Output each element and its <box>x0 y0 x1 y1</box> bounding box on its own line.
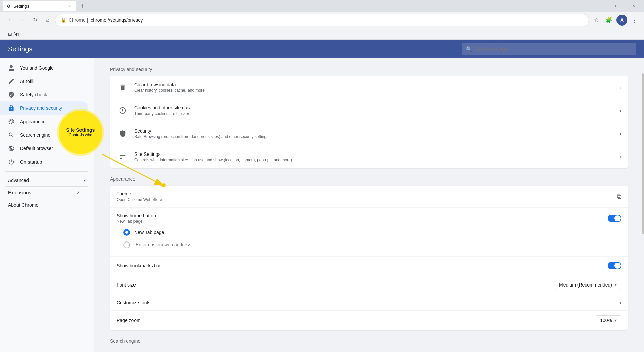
sidebar-item-autofill[interactable]: Autofill <box>0 75 88 88</box>
site-settings-arrow-icon: › <box>620 154 621 160</box>
show-home-title: Show home button <box>117 213 608 218</box>
svg-point-0 <box>9 121 10 122</box>
search-engine-icon <box>8 132 15 138</box>
appearance-section-title: Appearance <box>110 176 628 182</box>
tab-favicon: ⚙ <box>7 4 11 9</box>
active-tab[interactable]: ⚙ Settings × <box>3 1 76 11</box>
theme-title: Theme <box>117 191 617 196</box>
show-home-content: Show home button New Tab page <box>117 213 608 224</box>
close-button[interactable]: × <box>626 1 641 11</box>
custom-url-input[interactable] <box>134 241 208 248</box>
cookies-arrow-icon: › <box>620 107 621 114</box>
scrollbar-track[interactable] <box>641 58 644 352</box>
site-settings-item[interactable]: Site Settings Controls what information … <box>110 145 628 168</box>
page-zoom-dropdown[interactable]: 100% ▾ <box>596 315 621 325</box>
sidebar-item-advanced[interactable]: Advanced ▾ <box>0 174 94 186</box>
clear-browsing-content: Clear browsing data Clear history, cooki… <box>134 82 620 93</box>
clear-browsing-arrow-icon: › <box>620 84 621 90</box>
bookmarks-bar-item[interactable]: Show bookmarks bar <box>110 257 628 275</box>
home-button[interactable]: ⌂ <box>42 15 53 26</box>
sidebar-item-appearance[interactable]: Appearance <box>0 115 88 128</box>
settings-page-title: Settings <box>8 45 462 53</box>
home-radio-group: New Tab page <box>117 226 621 251</box>
new-tab-radio-circle[interactable] <box>123 229 130 236</box>
theme-item[interactable]: Theme Open Chrome Web Store ⧉ <box>110 186 628 208</box>
sidebar-label-on-startup: On startup <box>20 159 42 165</box>
settings-header: Settings 🔍 <box>0 40 644 58</box>
scrollbar-thumb[interactable] <box>642 73 644 235</box>
sidebar-item-extensions[interactable]: Extensions ↗ <box>0 187 88 199</box>
show-home-subtitle: New Tab page <box>117 219 608 224</box>
new-tab-button[interactable]: + <box>78 1 87 11</box>
sidebar-label-about-chrome: About Chrome <box>8 202 38 208</box>
refresh-button[interactable]: ↻ <box>30 15 40 26</box>
clear-browsing-data-item[interactable]: Clear browsing data Clear history, cooki… <box>110 76 628 99</box>
sidebar-item-search-engine[interactable]: Search engine <box>0 128 88 142</box>
sidebar-label-extensions: Extensions <box>8 190 71 195</box>
security-subtitle: Safe Browsing (protection from dangerous… <box>134 134 620 139</box>
customize-fonts-item[interactable]: Customize fonts › <box>110 295 628 311</box>
search-settings-input[interactable] <box>475 46 632 52</box>
bookmarks-bar-content: Show bookmarks bar <box>117 263 608 268</box>
tab-close-icon[interactable]: × <box>67 3 72 9</box>
sidebar-label-appearance: Appearance <box>20 119 46 124</box>
sidebar-label-default-browser: Default browser <box>20 146 53 151</box>
svg-point-2 <box>12 120 13 121</box>
security-content: Security Safe Browsing (protection from … <box>134 128 620 139</box>
back-button[interactable]: ‹ <box>4 15 15 26</box>
sidebar-item-about-chrome[interactable]: About Chrome <box>0 199 88 211</box>
sidebar-item-default-browser[interactable]: Default browser <box>0 142 88 155</box>
sidebar-label-autofill: Autofill <box>20 79 34 84</box>
bookmark-star-button[interactable]: ☆ <box>591 15 602 26</box>
sidebar-item-on-startup[interactable]: On startup <box>0 155 88 169</box>
custom-url-radio-circle[interactable] <box>123 241 130 248</box>
forward-button[interactable]: › <box>17 15 28 26</box>
extensions-button[interactable]: 🧩 <box>604 15 614 26</box>
search-box[interactable]: 🔍 <box>462 43 636 55</box>
font-size-value: Medium (Recommended) <box>559 282 612 288</box>
minimize-button[interactable]: – <box>592 1 608 11</box>
custom-url-radio-option[interactable] <box>117 238 621 251</box>
show-home-header: Show home button New Tab page <box>117 213 621 224</box>
site-settings-content: Site Settings Controls what information … <box>134 151 620 162</box>
search-icon: 🔍 <box>466 46 472 52</box>
maximize-button[interactable]: □ <box>609 1 625 11</box>
advanced-chevron-icon: ▾ <box>84 178 86 183</box>
security-icon <box>117 128 129 140</box>
customize-fonts-label: Customize fonts <box>117 300 620 305</box>
apps-bookmark[interactable]: ⊞ Apps <box>5 30 25 38</box>
clear-browsing-icon <box>117 81 129 93</box>
font-size-dropdown[interactable]: Medium (Recommended) ▾ <box>555 280 621 290</box>
clear-browsing-subtitle: Clear history, cookies, cache, and more <box>134 88 620 93</box>
cookies-title: Cookies and other site data <box>134 105 620 111</box>
show-home-toggle-knob <box>614 215 621 221</box>
address-url: chrome://settings/privacy <box>91 17 583 23</box>
security-title: Security <box>134 128 620 134</box>
appearance-icon <box>8 118 15 125</box>
default-browser-icon <box>8 145 15 152</box>
address-bar[interactable]: 🔒 Chrome | chrome://settings/privacy <box>55 14 589 26</box>
security-item[interactable]: Security Safe Browsing (protection from … <box>110 122 628 145</box>
clear-browsing-title: Clear browsing data <box>134 82 620 87</box>
sidebar-item-you-and-google[interactable]: You and Google <box>0 61 88 75</box>
apps-label: Apps <box>13 32 22 36</box>
sidebar-label-privacy-security: Privacy and security <box>20 105 62 111</box>
svg-point-1 <box>10 120 11 121</box>
profile-button[interactable]: A <box>616 15 627 26</box>
page-outer: ⚙ Settings × + – □ × ‹ › ↻ ⌂ 🔒 Chrome | … <box>0 0 644 352</box>
settings-area: Settings 🔍 You and Google <box>0 40 644 352</box>
site-settings-icon <box>117 151 129 163</box>
site-settings-subtitle: Controls what information sites can use … <box>134 158 620 162</box>
new-tab-radio-option[interactable]: New Tab page <box>117 226 621 238</box>
svg-point-3 <box>12 121 13 122</box>
settings-body: You and Google Autofill Safety check <box>0 58 644 352</box>
bookmarks-bar-toggle[interactable] <box>608 262 621 269</box>
cookies-item[interactable]: Cookies and other site data Third-party … <box>110 99 628 122</box>
menu-button[interactable]: ⋮ <box>629 15 640 26</box>
theme-external-icon: ⧉ <box>617 193 621 200</box>
show-home-toggle[interactable] <box>608 215 621 222</box>
font-size-label: Font size <box>117 282 555 288</box>
sidebar-item-safety-check[interactable]: Safety check <box>0 88 88 101</box>
sidebar-item-privacy-security[interactable]: Privacy and security <box>0 101 88 115</box>
privacy-section-title: Privacy and security <box>110 67 628 72</box>
